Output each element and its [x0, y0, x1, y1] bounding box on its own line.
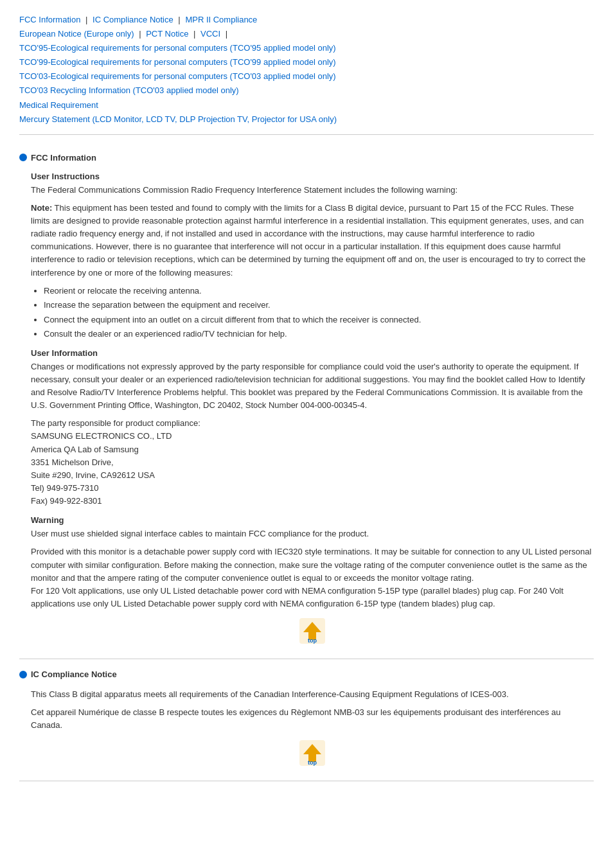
fcc-top-button-container: top — [31, 618, 594, 646]
svg-text:top: top — [308, 637, 317, 644]
ic-section-title: IC Compliance Notice — [31, 669, 117, 679]
bullet-1: Reorient or relocate the receiving anten… — [44, 285, 594, 297]
ic-para2: Cet appareil Numérique de classe B respe… — [31, 706, 594, 732]
ic-top-icon: top — [297, 740, 328, 766]
note-text: This equipment has been tested and found… — [31, 203, 585, 278]
bullet-3: Connect the equipment into an outlet on … — [44, 314, 594, 326]
user-instructions-bullets: Reorient or relocate the receiving anten… — [31, 285, 594, 341]
user-instructions-heading: User Instructions — [31, 172, 594, 181]
ic-top-button-container: top — [31, 740, 594, 768]
nav-link-ic[interactable]: IC Compliance Notice — [93, 15, 173, 24]
ic-section: IC Compliance Notice This Class B digita… — [19, 659, 594, 781]
nav-link-tco03r[interactable]: TCO'03 Recycling Information (TCO'03 app… — [19, 85, 239, 95]
nav-link-tco95[interactable]: TCO'95-Ecological requirements for perso… — [19, 43, 336, 53]
warning-para1: User must use shielded signal interface … — [31, 527, 594, 540]
bullet-4: Consult the dealer or an experienced rad… — [44, 328, 594, 341]
nav-link-eu[interactable]: European Notice (Europe only) — [19, 29, 134, 39]
ic-para1: This Class B digital apparatus meets all… — [31, 688, 594, 701]
user-instructions-para1: The Federal Communications Commission Ra… — [31, 184, 594, 197]
ic-section-header: IC Compliance Notice — [19, 669, 594, 679]
user-information-heading: User Information — [31, 348, 594, 358]
nav-link-fcc[interactable]: FCC Information — [19, 15, 80, 24]
warning-heading: Warning — [31, 515, 594, 525]
fcc-top-button[interactable]: top — [297, 636, 328, 646]
warning-para2: Provided with this monitor is a detachab… — [31, 545, 594, 610]
nav-link-mpr[interactable]: MPR II Compliance — [185, 15, 257, 24]
fcc-section-header: FCC Information — [19, 153, 594, 163]
top-divider — [19, 134, 594, 135]
nav-link-vcci[interactable]: VCCI — [200, 29, 220, 39]
fcc-section-title: FCC Information — [31, 153, 96, 163]
ic-top-button[interactable]: top — [297, 758, 328, 768]
user-instructions-note: Note: This equipment has been tested and… — [31, 202, 594, 279]
navigation-links: FCC Information | IC Compliance Notice |… — [19, 13, 594, 127]
fcc-dot-icon — [19, 154, 27, 161]
svg-text:top: top — [308, 759, 317, 766]
top-icon: top — [297, 618, 328, 644]
fcc-content: User Instructions The Federal Communicat… — [19, 172, 594, 646]
bullet-2: Increase the separation between the equi… — [44, 299, 594, 312]
user-information-para1: Changes or modifications not expressly a… — [31, 360, 594, 412]
fcc-section: FCC Information User Instructions The Fe… — [19, 143, 594, 659]
nav-link-pct[interactable]: PCT Notice — [146, 29, 188, 39]
nav-link-mercury[interactable]: Mercury Statement (LCD Monitor, LCD TV, … — [19, 114, 337, 124]
ic-dot-icon — [19, 671, 27, 678]
note-bold: Note: — [31, 203, 52, 213]
nav-link-tco03[interactable]: TCO'03-Ecological requirements for perso… — [19, 71, 336, 81]
nav-link-tco99[interactable]: TCO'99-Ecological requirements for perso… — [19, 57, 336, 67]
user-information-address: The party responsible for product compli… — [31, 417, 594, 508]
ic-content: This Class B digital apparatus meets all… — [19, 688, 594, 767]
nav-link-medical[interactable]: Medical Requirement — [19, 100, 98, 110]
